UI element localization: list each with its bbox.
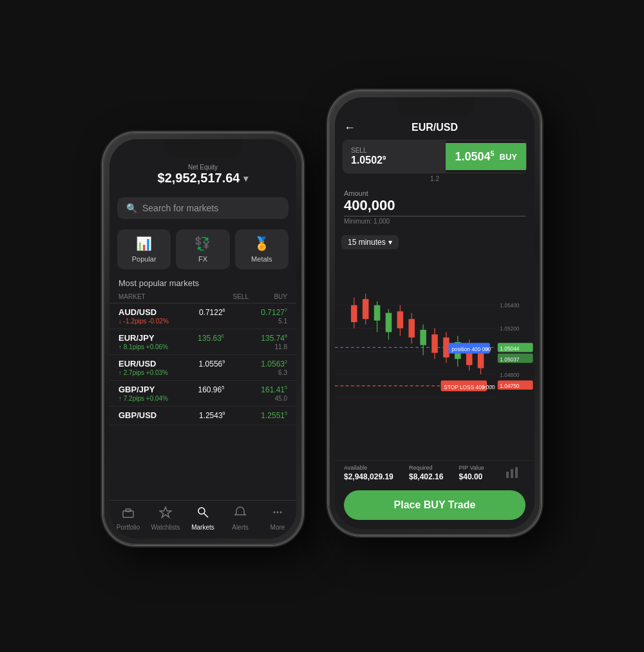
svg-rect-1 <box>126 509 131 512</box>
bottom-nav: Portfolio Watchlists <box>109 500 296 539</box>
available-label: Available <box>344 465 393 471</box>
metals-icon: 🏅 <box>254 236 270 251</box>
popular-label: Popular <box>132 255 156 263</box>
amount-section: Amount 400,000 Minimum: 1,000 <box>335 184 535 227</box>
table-row[interactable]: EUR/USD 1.05569 1.05632 ↑ 2.7pips +0.03%… <box>109 355 296 381</box>
amount-label: Amount <box>344 189 526 197</box>
nav-markets[interactable]: Markets <box>187 506 219 531</box>
svg-text:1.05400: 1.05400 <box>500 303 519 309</box>
back-button[interactable]: ← <box>344 121 355 135</box>
portfolio-label: Portfolio <box>117 524 140 531</box>
nav-watchlists[interactable]: Watchlists <box>149 506 182 531</box>
svg-text:1.04750: 1.04750 <box>500 383 519 390</box>
notch1 <box>164 139 242 157</box>
metals-label: Metals <box>251 255 272 263</box>
svg-point-3 <box>198 508 205 514</box>
table-row[interactable]: EUR/JPY 135.630 135.748 ↑ 8.1pips +0.06%… <box>109 329 296 355</box>
category-metals[interactable]: 🏅 Metals <box>235 229 289 269</box>
svg-rect-33 <box>443 338 450 358</box>
svg-point-6 <box>274 512 276 513</box>
svg-rect-56 <box>511 469 513 478</box>
phone2-content: ← EUR/USD SELL 1.05029 1 <box>335 97 535 529</box>
markets-label: Markets <box>191 524 214 531</box>
search-icon: 🔍 <box>126 203 137 213</box>
more-label: More <box>270 524 285 531</box>
section-title: Most popular markets <box>109 274 296 291</box>
sell-value: 1.05029 <box>351 154 438 166</box>
svg-text:1.04800: 1.04800 <box>500 372 519 378</box>
alerts-label: Alerts <box>232 524 249 531</box>
chart-toggle[interactable] <box>500 465 526 481</box>
svg-line-4 <box>204 513 208 517</box>
stat-available: Available $2,948,029.19 <box>344 465 393 481</box>
buy-side[interactable]: 1.05045 BUY <box>446 143 526 170</box>
chevron-down-icon[interactable]: ▾ <box>243 173 248 184</box>
more-icon <box>271 506 284 522</box>
col-sell-header: SELL <box>204 293 249 300</box>
category-fx[interactable]: 💱 FX <box>176 229 229 269</box>
svg-rect-19 <box>363 300 369 320</box>
nav-more[interactable]: More <box>261 506 294 531</box>
svg-text:1.05037: 1.05037 <box>500 356 519 363</box>
svg-rect-27 <box>408 320 415 338</box>
amount-value[interactable]: 400,000 <box>344 197 526 216</box>
search-bar[interactable]: 🔍 Search for markets <box>117 197 289 219</box>
p2-title: EUR/USD <box>412 122 458 133</box>
phone1-content: Net Equity $2,952,517.64 ▾ 🔍 Search for … <box>109 139 296 539</box>
fx-label: FX <box>198 255 207 263</box>
timeframe-selector[interactable]: 15 minutes ▾ <box>341 235 399 249</box>
fx-icon: 💱 <box>194 236 211 251</box>
chart-container: 15 minutes ▾ <box>335 231 535 456</box>
required-label: Required <box>409 465 443 471</box>
svg-rect-29 <box>420 330 426 345</box>
phone2-screen: ← EUR/USD SELL 1.05029 1 <box>335 97 535 529</box>
chevron-icon: ▾ <box>388 238 392 247</box>
net-equity-label: Net Equity <box>120 164 286 171</box>
svg-rect-55 <box>506 472 509 478</box>
amount-min: Minimum: 1,000 <box>344 218 526 225</box>
svg-rect-21 <box>374 305 381 321</box>
phone2-inner: ← EUR/USD SELL 1.05029 1 <box>335 97 535 529</box>
stat-required: Required $8,402.16 <box>409 465 443 481</box>
search-placeholder: Search for markets <box>142 203 218 213</box>
net-equity-value: $2,952,517.64 ▾ <box>120 171 286 186</box>
markets-icon <box>196 506 209 522</box>
svg-rect-17 <box>351 305 357 322</box>
svg-point-7 <box>277 512 279 513</box>
svg-point-8 <box>280 512 282 513</box>
nav-portfolio[interactable]: Portfolio <box>112 506 144 531</box>
svg-rect-25 <box>397 312 404 329</box>
table-row[interactable]: AUD/USD 0.71226 0.71277 ↓ -1.2pips -0.02… <box>109 303 296 329</box>
available-value: $2,948,029.19 <box>344 472 393 481</box>
buy-value: 1.05045 <box>455 149 494 164</box>
category-popular[interactable]: 📊 Popular <box>117 229 171 269</box>
svg-rect-57 <box>515 467 518 478</box>
required-value: $8,402.16 <box>409 472 443 481</box>
place-trade-button[interactable]: Place BUY Trade <box>344 490 526 520</box>
svg-text:×: × <box>486 346 489 353</box>
phone2-frame: ← EUR/USD SELL 1.05029 1 <box>328 91 541 535</box>
col-buy-header: BUY <box>249 293 287 300</box>
categories-row: 📊 Popular 💱 FX 🏅 Metals <box>109 224 296 274</box>
scene: Net Equity $2,952,517.64 ▾ 🔍 Search for … <box>0 0 644 652</box>
phone1-inner: Net Equity $2,952,517.64 ▾ 🔍 Search for … <box>109 139 296 539</box>
phone1-frame: Net Equity $2,952,517.64 ▾ 🔍 Search for … <box>103 133 303 545</box>
stat-pip: PIP Value $40.00 <box>459 465 484 481</box>
svg-text:×: × <box>482 383 486 390</box>
candlestick-chart: position 400 000 × 1.05044 1.05037 STOP … <box>335 231 535 456</box>
svg-rect-31 <box>431 334 438 353</box>
price-bar: SELL 1.05029 1.05045 BUY <box>343 140 527 173</box>
watchlists-icon <box>159 506 172 522</box>
sell-side[interactable]: SELL 1.05029 <box>343 140 446 173</box>
svg-rect-23 <box>386 313 392 332</box>
svg-text:1.05200: 1.05200 <box>500 325 519 332</box>
svg-text:STOP LOSS 400 000: STOP LOSS 400 000 <box>444 384 495 390</box>
table-row[interactable]: GBP/USD 1.25439 1.25515 <box>109 407 296 425</box>
notch2 <box>396 97 473 115</box>
table-header: MARKET SELL BUY <box>109 291 296 303</box>
buy-label: BUY <box>500 152 517 162</box>
col-market-header: MARKET <box>118 293 204 300</box>
nav-alerts[interactable]: Alerts <box>224 506 256 531</box>
alerts-icon <box>234 506 247 522</box>
table-row[interactable]: GBP/JPY 160.965 161.415 ↑ 7.2pips +0.04%… <box>109 381 296 407</box>
